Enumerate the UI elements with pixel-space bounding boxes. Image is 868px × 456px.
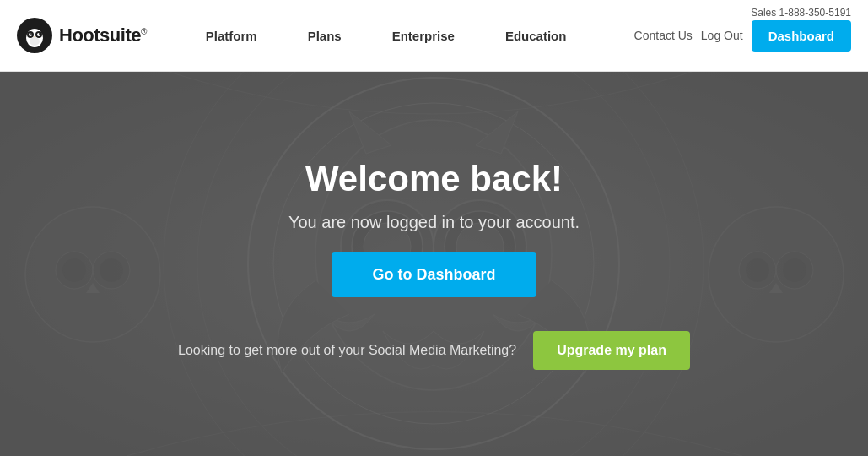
svg-point-33 xyxy=(746,258,769,282)
goto-dashboard-button[interactable]: Go to Dashboard xyxy=(332,252,536,297)
svg-point-31 xyxy=(709,207,844,342)
dashboard-button[interactable]: Dashboard xyxy=(752,20,851,52)
welcome-subtitle: You are now logged in to your account. xyxy=(288,213,580,232)
logout-link[interactable]: Log Out xyxy=(701,29,743,42)
nav-item-education[interactable]: Education xyxy=(480,29,592,43)
sales-phone: Sales 1-888-350-5191 xyxy=(751,7,851,19)
upgrade-text: Looking to get more out of your Social M… xyxy=(178,343,516,358)
svg-point-29 xyxy=(100,258,123,282)
right-nav: Contact Us Log Out Dashboard xyxy=(634,20,851,52)
svg-point-7 xyxy=(39,33,40,35)
nav-item-plans[interactable]: Plans xyxy=(283,29,367,43)
svg-point-35 xyxy=(783,258,806,282)
logo-area: Hootsuite® xyxy=(17,18,147,53)
svg-point-27 xyxy=(62,258,86,282)
hootsuite-owl-icon xyxy=(17,18,52,53)
nav-item-platform[interactable]: Platform xyxy=(181,29,283,43)
upgrade-bar: Looking to get more out of your Social M… xyxy=(178,331,690,370)
svg-point-25 xyxy=(25,207,160,342)
hero-section: Welcome back! You are now logged in to y… xyxy=(0,72,868,456)
upgrade-button[interactable]: Upgrade my plan xyxy=(533,331,690,370)
welcome-title: Welcome back! xyxy=(305,159,563,199)
main-nav: Platform Plans Enterprise Education xyxy=(181,29,634,43)
nav-item-enterprise[interactable]: Enterprise xyxy=(367,29,480,43)
hero-content: Welcome back! You are now logged in to y… xyxy=(288,159,580,297)
svg-point-6 xyxy=(30,33,32,35)
header: Sales 1-888-350-5191 Hootsuite® Plat xyxy=(0,0,868,72)
logo-text: Hootsuite® xyxy=(59,24,147,46)
contact-us-link[interactable]: Contact Us xyxy=(634,29,693,42)
svg-point-11 xyxy=(30,37,40,46)
